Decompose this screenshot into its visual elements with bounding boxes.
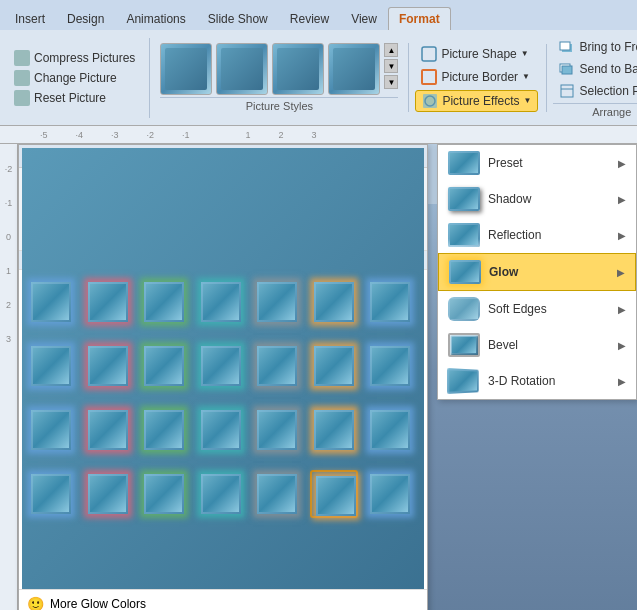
glow-inner xyxy=(201,346,241,386)
soft-edges-arrow: ▶ xyxy=(618,304,626,315)
glow-inner xyxy=(88,346,128,386)
glow-inner xyxy=(314,410,354,450)
glow-item[interactable] xyxy=(84,406,132,454)
glow-item[interactable] xyxy=(253,342,301,390)
glow-item[interactable] xyxy=(310,278,358,326)
bring-to-front-button[interactable]: Bring to Front ▼ xyxy=(553,37,637,57)
glow-icon xyxy=(449,260,481,284)
picture-border-button[interactable]: Picture Border ▼ xyxy=(415,67,538,87)
ruler-tick: ·2 xyxy=(147,130,155,140)
glow-item[interactable] xyxy=(27,406,75,454)
glow-inner xyxy=(370,474,410,514)
tab-animations[interactable]: Animations xyxy=(115,7,196,30)
3d-rotation-arrow: ▶ xyxy=(618,376,626,387)
glow-inner xyxy=(31,474,71,514)
glow-item[interactable] xyxy=(366,278,414,326)
style-thumb-1[interactable] xyxy=(160,43,212,95)
styles-scroll-up[interactable]: ▲ xyxy=(384,43,398,57)
ribbon-content: Compress Pictures Change Picture Reset P… xyxy=(0,30,637,125)
compress-pictures-button[interactable]: Compress Pictures xyxy=(8,48,141,68)
tab-format[interactable]: Format xyxy=(388,7,451,30)
glow-inner xyxy=(88,410,128,450)
ruler-tick: ·4 xyxy=(76,130,84,140)
more-glow-colors-label: More Glow Colors xyxy=(50,597,146,610)
arrange-label: Arrange xyxy=(553,103,637,118)
send-to-back-icon xyxy=(559,61,575,77)
tab-design[interactable]: Design xyxy=(56,7,115,30)
glow-item[interactable] xyxy=(197,278,245,326)
glow-label: Glow xyxy=(489,265,609,279)
selection-pane-button[interactable]: Selection Pane xyxy=(553,81,637,101)
style-thumb-2[interactable] xyxy=(216,43,268,95)
reflection-arrow: ▶ xyxy=(618,230,626,241)
glow-inner xyxy=(144,282,184,322)
ruler-tick: ·3 xyxy=(111,130,119,140)
tab-slideshow[interactable]: Slide Show xyxy=(197,7,279,30)
change-picture-button[interactable]: Change Picture xyxy=(8,68,141,88)
glow-item[interactable] xyxy=(253,470,301,518)
reset-picture-button[interactable]: Reset Picture xyxy=(8,88,141,108)
soft-edges-label: Soft Edges xyxy=(488,302,610,316)
glow-inner xyxy=(201,410,241,450)
glow-item[interactable] xyxy=(27,278,75,326)
shadow-icon xyxy=(448,187,480,211)
glow-item[interactable] xyxy=(197,470,245,518)
glow-item[interactable] xyxy=(253,278,301,326)
picture-shape-icon xyxy=(421,46,437,62)
picture-effects-icon xyxy=(422,93,438,109)
glow-item[interactable] xyxy=(197,406,245,454)
glow-item[interactable] xyxy=(140,278,188,326)
style-thumb-3[interactable] xyxy=(272,43,324,95)
effects-shadow-item[interactable]: Shadow ▶ xyxy=(438,181,636,217)
effects-glow-item[interactable]: Glow ▶ xyxy=(438,253,636,291)
effects-preset-item[interactable]: Preset ▶ xyxy=(438,145,636,181)
reset-icon xyxy=(14,90,30,106)
tab-insert[interactable]: Insert xyxy=(4,7,56,30)
glow-item[interactable] xyxy=(310,342,358,390)
picture-adjust-section: Compress Pictures Change Picture Reset P… xyxy=(8,38,150,118)
send-to-back-button[interactable]: Send to Back ▼ xyxy=(553,59,637,79)
glow-item-selected[interactable] xyxy=(310,470,358,518)
glow-arrow: ▶ xyxy=(617,267,625,278)
styles-more[interactable]: ▼ xyxy=(384,75,398,89)
glow-scroll-area[interactable]: No Glow Glow Variations xyxy=(19,168,427,533)
ruler-tick: 1 xyxy=(246,130,251,140)
glow-item[interactable] xyxy=(366,470,414,518)
glow-item[interactable] xyxy=(197,342,245,390)
glow-item[interactable] xyxy=(253,406,301,454)
reflection-label: Reflection xyxy=(488,228,610,242)
glow-item[interactable] xyxy=(366,406,414,454)
ruler-tick: ·5 xyxy=(40,130,48,140)
vertical-ruler: ·2 ·1 0 1 2 3 xyxy=(0,144,18,610)
glow-item[interactable] xyxy=(140,470,188,518)
styles-scroll-down[interactable]: ▼ xyxy=(384,59,398,73)
bring-to-front-icon xyxy=(559,39,575,55)
glow-item[interactable] xyxy=(140,406,188,454)
effects-reflection-item[interactable]: Reflection ▶ xyxy=(438,217,636,253)
3d-rotation-label: 3-D Rotation xyxy=(488,374,610,388)
more-glow-colors-button[interactable]: 🙂 More Glow Colors xyxy=(19,589,427,610)
glow-item[interactable] xyxy=(27,470,75,518)
glow-inner xyxy=(257,474,297,514)
glow-item[interactable] xyxy=(84,342,132,390)
glow-item[interactable] xyxy=(310,406,358,454)
style-thumb-4[interactable] xyxy=(328,43,380,95)
no-glow-thumb[interactable] xyxy=(27,192,79,244)
glow-inner xyxy=(314,346,354,386)
tab-review[interactable]: Review xyxy=(279,7,340,30)
tab-view[interactable]: View xyxy=(340,7,388,30)
glow-item[interactable] xyxy=(84,278,132,326)
effects-soft-edges-item[interactable]: Soft Edges ▶ xyxy=(438,291,636,327)
effects-3d-rotation-item[interactable]: 3-D Rotation ▶ xyxy=(438,363,636,399)
effects-bevel-item[interactable]: Bevel ▶ xyxy=(438,327,636,363)
glow-item[interactable] xyxy=(84,470,132,518)
no-glow-section: No Glow xyxy=(19,168,427,251)
glow-item[interactable] xyxy=(140,342,188,390)
bevel-icon xyxy=(448,333,480,357)
glow-inner xyxy=(201,474,241,514)
picture-shape-button[interactable]: Picture Shape ▼ xyxy=(415,44,538,64)
glow-item[interactable] xyxy=(366,342,414,390)
glow-item[interactable] xyxy=(27,342,75,390)
picture-effects-button[interactable]: Picture Effects ▼ xyxy=(415,90,538,112)
reflection-icon xyxy=(448,223,480,247)
